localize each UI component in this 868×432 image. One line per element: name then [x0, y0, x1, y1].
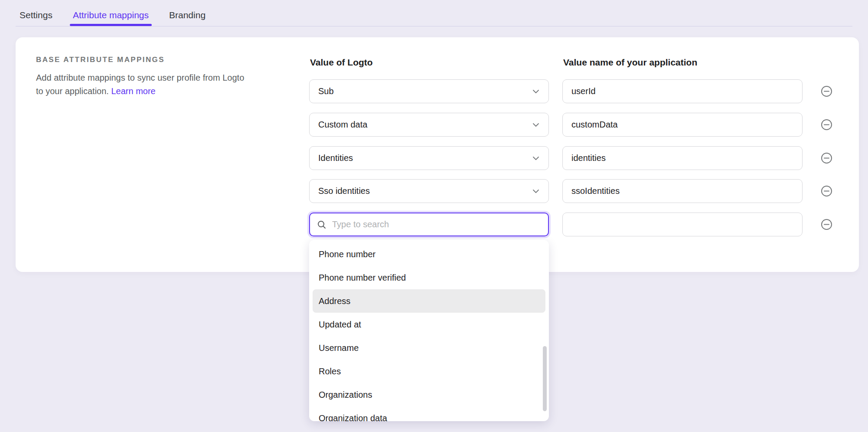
mapping-row: Sso identities: [309, 179, 834, 203]
logto-value-select[interactable]: Identities: [309, 146, 549, 170]
app-value-input[interactable]: [562, 113, 803, 137]
minus-circle-icon: [821, 152, 832, 164]
dropdown-item-phone-number[interactable]: Phone number: [313, 242, 545, 266]
dropdown-item-phone-number-verified[interactable]: Phone number verified: [313, 266, 545, 289]
minus-circle-icon: [821, 119, 832, 131]
section-title: BASE ATTRIBUTE MAPPINGS: [36, 56, 253, 64]
app-value-input[interactable]: [562, 146, 803, 170]
minus-circle-icon: [821, 185, 832, 197]
logto-value-select[interactable]: Custom data: [309, 113, 549, 137]
app-value-input[interactable]: [562, 79, 803, 103]
remove-row-button[interactable]: [821, 152, 832, 164]
chevron-down-icon: [531, 87, 541, 96]
dropdown-item-roles[interactable]: Roles: [313, 360, 545, 383]
section-description: Add attribute mappings to sync user prof…: [36, 71, 253, 98]
remove-row-button[interactable]: [821, 185, 832, 197]
dropdown-scrollbar-thumb[interactable]: [543, 346, 547, 411]
logto-value-select-label: Identities: [318, 153, 531, 163]
logto-value-select[interactable]: Sub: [309, 79, 549, 103]
dropdown-item-address[interactable]: Address: [313, 289, 545, 313]
dropdown-item-updated-at[interactable]: Updated at: [313, 313, 545, 336]
chevron-down-icon: [531, 154, 541, 163]
tab-settings[interactable]: Settings: [20, 4, 52, 26]
column-header-logto-value: Value of Logto: [310, 57, 373, 68]
attribute-mappings-card: BASE ATTRIBUTE MAPPINGS Add attribute ma…: [16, 37, 859, 272]
section-intro: BASE ATTRIBUTE MAPPINGS Add attribute ma…: [36, 56, 253, 98]
mapping-row: Identities: [309, 146, 834, 170]
mapping-row: Custom data: [309, 113, 834, 137]
tab-settings-label: Settings: [20, 10, 52, 20]
logto-value-select-label: Sub: [318, 86, 531, 96]
remove-row-button[interactable]: [821, 219, 832, 230]
column-header-app-value: Value name of your application: [563, 57, 697, 68]
tab-attribute-mappings-label: Attribute mappings: [73, 10, 149, 20]
dropdown-item-organization-data[interactable]: Organization data: [313, 406, 545, 421]
logto-value-search-select: [309, 213, 549, 236]
minus-circle-icon: [821, 219, 832, 230]
remove-row-button[interactable]: [821, 85, 832, 97]
remove-row-button[interactable]: [821, 119, 832, 131]
logto-value-select-label: Sso identities: [318, 186, 531, 196]
tab-bar-divider: [16, 26, 852, 26]
tab-branding[interactable]: Branding: [169, 4, 206, 26]
app-value-input[interactable]: [562, 213, 803, 236]
logto-value-select-label: Custom data: [318, 120, 531, 130]
tab-branding-label: Branding: [169, 10, 206, 20]
dropdown-item-organizations[interactable]: Organizations: [313, 383, 545, 406]
mapping-row: Sub: [309, 79, 834, 103]
minus-circle-icon: [821, 85, 832, 97]
app-value-input[interactable]: [562, 179, 803, 203]
search-icon: [317, 220, 326, 229]
tab-attribute-mappings[interactable]: Attribute mappings: [73, 4, 149, 26]
logto-value-select[interactable]: Sso identities: [309, 179, 549, 203]
dropdown-item-username[interactable]: Username: [313, 336, 545, 360]
chevron-down-icon: [531, 120, 541, 130]
tab-bar: Settings Attribute mappings Branding: [0, 0, 868, 26]
chevron-down-icon: [531, 187, 541, 196]
search-input[interactable]: [332, 219, 541, 229]
attribute-dropdown-menu: Phone number Phone number verified Addre…: [309, 240, 549, 421]
learn-more-link[interactable]: Learn more: [111, 86, 155, 96]
mapping-row-new: [309, 213, 834, 236]
